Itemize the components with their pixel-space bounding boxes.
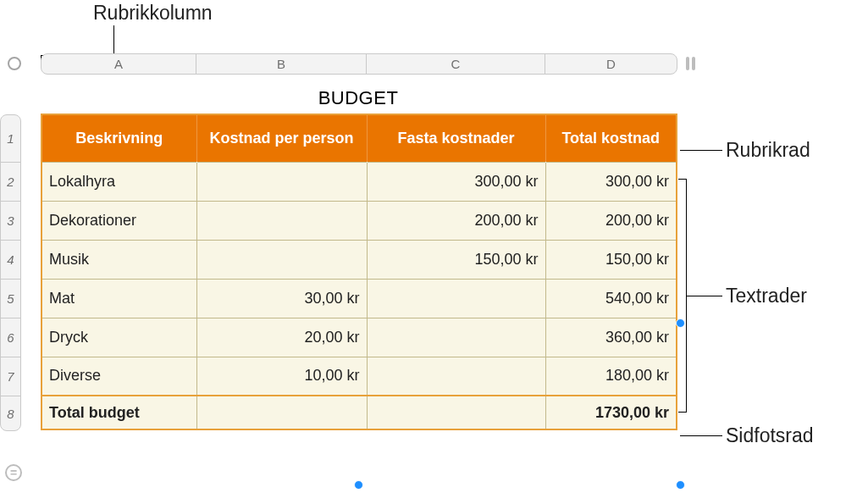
budget-table[interactable]: Beskrivning Kostnad per person Fasta kos… [41,114,677,430]
row-header-4[interactable]: 4 [1,241,20,280]
cell[interactable] [196,240,367,279]
selection-handle-icon[interactable] [354,480,363,490]
row-header-3[interactable]: 3 [1,202,20,241]
cell[interactable] [367,318,545,357]
cell[interactable]: Lokalhyra [41,162,196,201]
header-fasta-kostnader[interactable]: Fasta kostnader [367,114,545,162]
cell[interactable]: 30,00 kr [196,279,367,318]
selection-handle-icon[interactable] [676,480,685,490]
cell[interactable]: 360,00 kr [545,318,677,357]
table-wrap: BUDGET Beskrivning Kostnad per person Fa… [41,83,677,430]
cell[interactable] [196,201,367,240]
cell[interactable]: 20,00 kr [196,318,367,357]
col-header-a[interactable]: A [41,54,196,74]
cell[interactable]: Dekorationer [41,201,196,240]
cell[interactable] [196,396,367,429]
cell[interactable]: Musik [41,240,196,279]
cell[interactable]: 150,00 kr [545,240,677,279]
header-total-kostnad[interactable]: Total kostnad [545,114,677,162]
leader-line [113,25,114,55]
row-header-6[interactable]: 6 [1,318,20,357]
select-all-circle-icon[interactable] [8,57,21,70]
col-header-d[interactable]: D [545,54,677,74]
selection-handle-icon[interactable] [676,318,685,328]
col-header-b[interactable]: B [196,54,367,74]
callout-rubrikrad: Rubrikrad [726,139,810,162]
table-row: Dryck 20,00 kr 360,00 kr [41,318,677,357]
equals-glyph: = [10,466,17,479]
cell[interactable]: 300,00 kr [545,162,677,201]
cell[interactable] [367,279,545,318]
column-headers: A B C D [41,53,677,75]
cell[interactable]: 200,00 kr [545,201,677,240]
cell-total-value[interactable]: 1730,00 kr [545,396,677,429]
header-kostnad-per-person[interactable]: Kostnad per person [196,114,367,162]
table-row: Mat 30,00 kr 540,00 kr [41,279,677,318]
cell[interactable] [196,162,367,201]
row-header-5[interactable]: 5 [1,280,20,318]
header-row: Beskrivning Kostnad per person Fasta kos… [41,114,677,162]
cell[interactable]: 150,00 kr [367,240,545,279]
table-row: Musik 150,00 kr 150,00 kr [41,240,677,279]
header-beskrivning[interactable]: Beskrivning [41,114,196,162]
cell[interactable]: Dryck [41,318,196,357]
row-header-1[interactable]: 1 [1,115,20,163]
row-header-7[interactable]: 7 [1,357,20,396]
cell[interactable]: 10,00 kr [196,357,367,396]
table-row: Diverse 10,00 kr 180,00 kr [41,357,677,396]
bracket-textrader [678,179,687,413]
cell[interactable] [367,396,545,429]
footer-row: Total budget 1730,00 kr [41,396,677,429]
leader-line [680,150,722,151]
cell[interactable]: 300,00 kr [367,162,545,201]
col-header-c[interactable]: C [367,54,545,74]
cell-total-label[interactable]: Total budget [41,396,196,429]
callout-textrader: Textrader [726,285,807,307]
cell[interactable]: 200,00 kr [367,201,545,240]
table-row: Lokalhyra 300,00 kr 300,00 kr [41,162,677,201]
cell[interactable]: 540,00 kr [545,279,677,318]
table-title[interactable]: BUDGET [41,83,676,114]
cell[interactable] [367,357,545,396]
table-row: Dekorationer 200,00 kr 200,00 kr [41,201,677,240]
leader-line [680,435,722,436]
row-headers: 1 2 3 4 5 6 7 8 [0,114,21,431]
row-header-8[interactable]: 8 [1,396,20,430]
cell[interactable]: Diverse [41,357,196,396]
add-column-icon[interactable] [686,57,695,70]
formula-equals-icon[interactable]: = [5,464,22,481]
cell[interactable]: 180,00 kr [545,357,677,396]
callout-sidfotsrad: Sidfotsrad [726,424,814,447]
cell[interactable]: Mat [41,279,196,318]
callout-rubrikkolumn: Rubrikkolumn [93,2,213,25]
row-header-2[interactable]: 2 [1,163,20,202]
leader-line [687,296,722,296]
